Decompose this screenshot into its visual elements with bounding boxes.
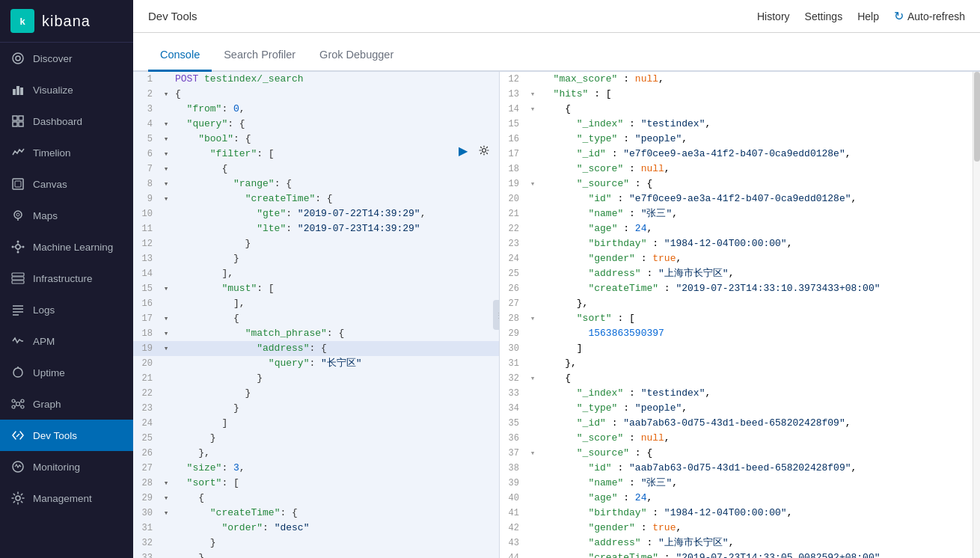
- line-content: "createTime": {: [172, 506, 499, 521]
- output-content: {: [539, 371, 973, 386]
- sidebar-item-logs[interactable]: Logs: [0, 294, 133, 325]
- editor-line: 28▾ "sort": [: [133, 476, 499, 491]
- output-line: 32▾ {: [500, 371, 973, 386]
- output-content: ]: [539, 341, 973, 356]
- output-line-number: 24: [500, 251, 527, 266]
- svg-line-38: [15, 401, 16, 403]
- line-number: 9: [133, 191, 160, 206]
- output-line: 34 "_type" : "people",: [500, 401, 973, 416]
- code-editor[interactable]: 1POST testindex/_search2▾{3 "from": 0,4▾…: [133, 72, 499, 558]
- tab-grok-debugger[interactable]: Grok Debugger: [307, 41, 405, 72]
- line-indicator: ▾: [160, 191, 172, 206]
- console-area: 1POST testindex/_search2▾{3 "from": 0,4▾…: [133, 72, 980, 558]
- sidebar-item-uptime[interactable]: Uptime: [0, 357, 133, 388]
- output-content: "_index" : "testindex",: [539, 386, 973, 401]
- sidebar-item-apm[interactable]: APM: [0, 325, 133, 357]
- svg-rect-27: [12, 280, 24, 283]
- sidebar-item-graph[interactable]: Graph: [0, 388, 133, 420]
- output-line-number: 12: [500, 72, 527, 87]
- main-content: Dev Tools History Settings Help ↻ Auto-r…: [133, 0, 980, 558]
- sidebar-item-machine-learning[interactable]: Machine Learning: [0, 231, 133, 263]
- tab-console[interactable]: Console: [148, 41, 212, 72]
- output-line: 36 "_score" : null,: [500, 431, 973, 446]
- run-button[interactable]: ▶: [454, 141, 472, 159]
- line-number: 30: [133, 506, 160, 521]
- history-link[interactable]: History: [757, 10, 790, 22]
- line-content: "lte": "2019-07-23T14:39:29": [172, 221, 499, 236]
- output-line-number: 13: [500, 87, 527, 102]
- output-content: "birthday" : "1984-12-04T00:00:00",: [539, 236, 973, 251]
- line-number: 17: [133, 311, 160, 326]
- sidebar-item-maps[interactable]: Maps: [0, 200, 133, 231]
- line-content: }: [172, 536, 499, 551]
- svg-rect-4: [13, 89, 16, 95]
- output-line-number: 26: [500, 281, 527, 296]
- help-link[interactable]: Help: [857, 10, 879, 22]
- svg-point-17: [17, 241, 19, 243]
- output-line-number: 18: [500, 162, 527, 177]
- sidebar-item-management[interactable]: Management: [0, 482, 133, 514]
- settings-button[interactable]: [475, 141, 493, 159]
- sidebar-item-dashboard[interactable]: Dashboard: [0, 105, 133, 137]
- svg-point-19: [12, 246, 14, 248]
- sidebar-item-canvas[interactable]: Canvas: [0, 168, 133, 200]
- settings-link[interactable]: Settings: [805, 10, 843, 22]
- line-number: 14: [133, 266, 160, 281]
- infrastructure-icon: [10, 271, 25, 286]
- sidebar-item-dev-tools[interactable]: Dev Tools: [0, 420, 133, 451]
- line-number: 5: [133, 132, 160, 147]
- sidebar-item-infrastructure[interactable]: Infrastructure: [0, 263, 133, 294]
- line-number: 11: [133, 221, 160, 236]
- auto-refresh-button[interactable]: ↻ Auto-refresh: [894, 9, 965, 23]
- sidebar-item-management-label: Management: [33, 493, 92, 504]
- line-content: "order": "desc": [172, 521, 499, 536]
- output-line: 17 "_id" : "e7f0cee9-ae3a-41f2-b407-0ca9…: [500, 147, 973, 162]
- sidebar-item-apm-label: APM: [33, 336, 55, 347]
- output-line: 33 "_index" : "testindex",: [500, 386, 973, 401]
- output-line: 42 "gender" : true,: [500, 521, 973, 536]
- line-content: }: [172, 401, 499, 416]
- output-indicator: ▾: [527, 87, 539, 102]
- panel-divider[interactable]: ⋮: [493, 300, 500, 330]
- sidebar-item-monitoring[interactable]: Monitoring: [0, 451, 133, 482]
- output-content: "sort" : [: [539, 311, 973, 326]
- output-content: "_id" : "e7f0cee9-ae3a-41f2-b407-0ca9edd…: [539, 147, 973, 162]
- timelion-icon: [10, 145, 25, 160]
- svg-rect-5: [16, 86, 19, 95]
- svg-rect-8: [19, 116, 23, 120]
- line-number: 13: [133, 251, 160, 266]
- sidebar-item-logs-label: Logs: [33, 304, 55, 316]
- right-scrollbar[interactable]: [973, 72, 980, 558]
- output-line: 44 "createTime" : "2019-07-23T14:33:05.0…: [500, 551, 973, 558]
- monitoring-icon: [10, 459, 25, 474]
- tab-search-profiler[interactable]: Search Profiler: [212, 41, 307, 72]
- editor-line: 22 }: [133, 386, 499, 401]
- line-number: 28: [133, 476, 160, 491]
- editor-line: 2▾{: [133, 87, 499, 102]
- topbar-actions: History Settings Help ↻ Auto-refresh: [757, 9, 965, 23]
- sidebar-item-discover[interactable]: Discover: [0, 43, 133, 74]
- line-content: "query": {: [172, 117, 499, 132]
- dev-tools-icon: [10, 428, 25, 443]
- scrollbar-thumb[interactable]: [974, 72, 980, 162]
- editor-line: 11 "lte": "2019-07-23T14:39:29": [133, 221, 499, 236]
- output-area[interactable]: 12 "max_score" : null,13▾ "hits" : [14▾ …: [500, 72, 973, 558]
- line-content: ]: [172, 416, 499, 431]
- output-line: 39 "name" : "张三",: [500, 476, 973, 491]
- sidebar-item-maps-label: Maps: [33, 210, 58, 221]
- svg-point-18: [17, 251, 19, 254]
- sidebar-item-visualize[interactable]: Visualize: [0, 74, 133, 105]
- dashboard-icon: [10, 114, 25, 129]
- output-content: "max_score" : null,: [539, 72, 973, 87]
- output-line: 22 "age" : 24,: [500, 221, 973, 236]
- line-number: 7: [133, 162, 160, 177]
- svg-line-39: [20, 401, 22, 403]
- logo-area: k kibana: [0, 0, 133, 43]
- output-line: 12 "max_score" : null,: [500, 72, 973, 87]
- output-content: "address" : "上海市长宁区",: [539, 266, 973, 281]
- output-line-number: 34: [500, 401, 527, 416]
- sidebar-item-timelion[interactable]: Timelion: [0, 137, 133, 168]
- line-content: "bool": {: [172, 132, 499, 147]
- svg-point-33: [16, 402, 20, 406]
- svg-point-45: [483, 149, 486, 153]
